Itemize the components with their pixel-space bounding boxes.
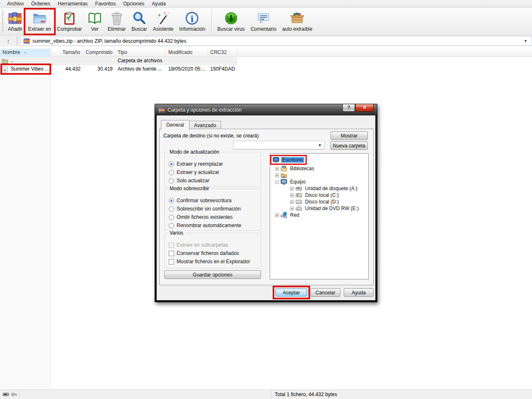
- dialog-close-button[interactable]: ✕: [355, 104, 374, 112]
- guardar-opciones-button[interactable]: Guardar opciones: [164, 270, 261, 279]
- drive-status-icon: [2, 391, 9, 398]
- svg-text:A: A: [3, 68, 6, 72]
- column-header-tamano[interactable]: Tamaño: [51, 49, 83, 57]
- add-archive-icon: [8, 11, 22, 25]
- dialog-help-button[interactable]: ?: [342, 104, 355, 112]
- menu-favoritos[interactable]: Favoritos: [91, 0, 119, 7]
- aceptar-button[interactable]: Aceptar: [276, 289, 307, 296]
- radio-sobrescribir-sin-confirmacion[interactable]: Sobrescribir sin confirmación: [169, 205, 261, 213]
- menu-herramientas[interactable]: Herramientas: [54, 0, 91, 7]
- search-button[interactable]: Buscar: [128, 10, 150, 34]
- up-directory-button[interactable]: ↑: [0, 36, 17, 46]
- tree-item-red[interactable]: + Red: [270, 212, 368, 218]
- toolbar-grip[interactable]: [2, 10, 3, 32]
- expand-icon[interactable]: +: [275, 167, 279, 171]
- mostrar-button[interactable]: Mostrar: [330, 131, 368, 140]
- radio-extraer-actualizar[interactable]: Extraer y actualizar: [169, 168, 261, 176]
- tree-item-escritorio[interactable]: Escritorio: [270, 154, 368, 165]
- delete-button[interactable]: Eliminar: [105, 10, 128, 34]
- highlight-box-escritorio: Escritorio: [270, 155, 307, 165]
- view-file-icon: [88, 11, 102, 25]
- collapse-icon[interactable]: -: [275, 180, 279, 184]
- archive-address-bar[interactable]: summer_vibes.zip - archivo ZIP, tamaño d…: [20, 36, 532, 46]
- checkbox-icon: [169, 242, 174, 248]
- tab-general[interactable]: General: [161, 120, 190, 130]
- name-column-band: [0, 57, 51, 389]
- add-button[interactable]: Añadir: [5, 10, 25, 34]
- test-button[interactable]: Comprobar: [54, 10, 85, 34]
- radio-omitir-existentes[interactable]: Omitir ficheros existentes: [169, 213, 261, 221]
- tree-item-equipo[interactable]: - Equipo: [270, 179, 368, 185]
- tree-item-disco-d[interactable]: + Disco local (D:): [270, 198, 368, 205]
- address-dropdown-icon[interactable]: ▼: [524, 39, 529, 43]
- sort-ascending-icon: ▲: [24, 48, 27, 56]
- status-bar: Total 1 fichero, 44.432 bytes: [0, 389, 532, 399]
- cancelar-button[interactable]: Cancelar: [310, 288, 340, 297]
- checkbox-mostrar-explorador[interactable]: Mostrar ficheros en el Explorador: [169, 257, 261, 266]
- comment-button[interactable]: Comentario: [248, 10, 279, 34]
- expand-icon[interactable]: +: [290, 187, 294, 191]
- ayuda-button[interactable]: Ayuda: [344, 288, 374, 297]
- expand-icon[interactable]: +: [275, 174, 279, 177]
- extraction-dialog: Carpeta y opciones de extracción ? ✕ Gen…: [155, 104, 377, 302]
- destination-combo[interactable]: ▼: [233, 141, 325, 149]
- nueva-carpeta-button[interactable]: Nueva carpeta: [330, 141, 368, 150]
- view-button[interactable]: Ver: [85, 10, 105, 34]
- expand-icon[interactable]: +: [275, 213, 279, 217]
- expand-icon[interactable]: +: [290, 200, 294, 204]
- radio-icon: [169, 198, 174, 203]
- tree-item-disco-c[interactable]: + Disco local (C:): [270, 192, 368, 198]
- column-header-comprimido[interactable]: Comprimido: [83, 49, 115, 57]
- menu-opciones[interactable]: Opciones: [119, 0, 148, 7]
- tree-item-user-folder[interactable]: +: [270, 172, 368, 179]
- checkbox-conservar-danados[interactable]: Conservar ficheros dañados: [169, 249, 261, 257]
- virus-scan-icon: [224, 11, 238, 25]
- table-row-summer-vibes[interactable]: A Summer Vibes ... 44.432 30.419 Archivo…: [0, 65, 532, 73]
- expand-icon[interactable]: +: [290, 207, 294, 211]
- tree-item-dvd-e[interactable]: + Unidad de DVD RW (E:): [270, 205, 368, 212]
- dialog-title-bar[interactable]: Carpeta y opciones de extracción ? ✕: [155, 104, 377, 115]
- sfx-button[interactable]: auto extraíble: [279, 10, 315, 34]
- zip-archive-icon: [23, 38, 30, 44]
- radio-confirmar-sobreescritura[interactable]: Confirmar sobreescritura: [169, 196, 261, 205]
- menu-ordenes[interactable]: Órdenes: [27, 0, 54, 7]
- dialog-title: Carpeta y opciones de extracción: [167, 107, 241, 113]
- comment-icon: [256, 11, 271, 25]
- delete-icon: [110, 11, 124, 25]
- info-button[interactable]: i Información: [176, 10, 208, 34]
- radio-renombrar-automaticamente[interactable]: Renombrar automáticamente: [169, 221, 261, 230]
- menu-ayuda[interactable]: Ayuda: [148, 0, 170, 7]
- wizard-icon: [156, 11, 170, 25]
- column-header-modificado[interactable]: Modificado: [166, 49, 208, 57]
- local-drive-icon: [296, 198, 302, 205]
- highlight-box-aceptar: Aceptar: [273, 286, 310, 299]
- combo-dropdown-icon[interactable]: ▼: [318, 143, 324, 147]
- test-archive-icon: [62, 11, 76, 25]
- expand-icon[interactable]: +: [290, 193, 294, 197]
- dvd-drive-icon: [296, 205, 302, 212]
- column-header-tipo[interactable]: Tipo: [115, 49, 166, 57]
- network-icon: [281, 212, 287, 218]
- folder-up-icon: [2, 58, 8, 64]
- table-row-parent-folder[interactable]: .. Carpeta de archivos: [0, 57, 237, 65]
- column-header-nombre[interactable]: ▲ Nombre: [0, 49, 51, 57]
- computer-icon: [281, 179, 287, 185]
- column-header-crc32[interactable]: CRC32: [208, 49, 237, 57]
- menu-archivo[interactable]: Archivo: [3, 0, 27, 7]
- radio-icon: [169, 178, 174, 184]
- radio-solo-actualizar[interactable]: Solo actualizar: [169, 176, 261, 185]
- virus-scan-button[interactable]: Buscar virus: [214, 10, 248, 34]
- tree-item-floppy-a[interactable]: + Unidad de disquete (A:): [270, 185, 368, 192]
- extract-to-button[interactable]: Extraer en: [25, 10, 54, 34]
- radio-extraer-reemplazar[interactable]: Extraer y reemplazar: [169, 160, 261, 168]
- radio-icon: [169, 223, 174, 228]
- group-modo-actualizacion: Modo de actualización Extraer y reemplaz…: [164, 152, 261, 187]
- status-total-text: Total 1 fichero, 44.432 bytes: [275, 392, 337, 397]
- search-icon: [132, 11, 146, 25]
- archive-path-text: summer_vibes.zip - archivo ZIP, tamaño d…: [32, 38, 521, 44]
- menu-bar: Archivo Órdenes Herramientas Favoritos O…: [0, 0, 532, 8]
- wizard-button[interactable]: Asistente: [150, 10, 176, 34]
- address-grip: [17, 37, 18, 45]
- tree-item-bibliotecas[interactable]: + Bibliotecas: [270, 165, 368, 172]
- extract-to-icon: [32, 11, 47, 25]
